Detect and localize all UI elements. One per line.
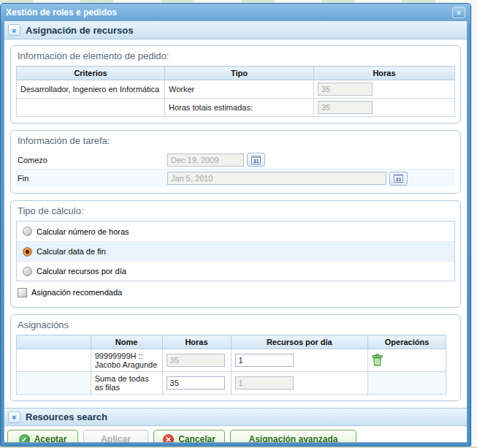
col-header-operacions: Operacións [368,335,446,349]
dialog-title: Xestión de roles e pedidos [6,7,117,18]
sum-recursos-input[interactable] [235,376,294,390]
table-row: 99999999H :: Jacobo Aragunde [17,349,446,372]
radio-option-calc-recursos[interactable]: Calcular recursos por día [17,261,454,281]
cell-operations-empty [368,372,446,395]
calendar-icon[interactable] [389,172,408,186]
task-start-row: Comezo [16,151,455,169]
cell-horas-totais-label: Horas totais estimadas: [165,99,314,117]
aplicar-label: Aplicar [101,434,131,443]
calc-options-box: Calcular número de horas Calcular data d… [16,221,455,281]
start-date-input[interactable] [167,153,244,167]
aceptar-button[interactable]: ✓ Aceptar [7,430,78,443]
horas-input-row1[interactable] [318,83,373,96]
fieldset-order-info: Información de elemento de pedido: Crite… [10,45,461,124]
resource-horas-input[interactable] [167,354,225,367]
fieldset-task-info-title: Información de tarefa: [16,131,455,151]
trash-icon [372,354,383,366]
cell-blank [17,372,91,395]
end-date-input[interactable] [167,172,386,185]
fieldset-calc-type-title: Tipo de cálculo: [16,201,455,221]
radio-label: Calcular data de fin [37,247,106,256]
radio-icon[interactable] [23,227,32,236]
fieldset-calc-type: Tipo de cálculo: Calcular número de hora… [10,200,461,308]
order-info-header-row: Criterios Tipo Horas [17,67,455,80]
aplicar-button[interactable]: Aplicar [83,430,148,443]
background-page-right-strip [471,3,477,447]
panel-header-label: Resources search [26,411,107,422]
delete-assignment-button[interactable] [372,354,383,366]
radio-label: Calcular número de horas [37,227,129,236]
cancelar-label: Cancelar [178,434,215,443]
dialog-titlebar[interactable]: Xestión de roles e pedidos × [4,4,468,20]
panel-header-label: Asignación de recursos [26,25,133,36]
horas-totais-input[interactable] [318,101,373,114]
radio-option-calc-data-fin[interactable]: Calcular data de fin [17,241,454,261]
order-info-table: Criterios Tipo Horas Desarrollador, Inge… [16,66,455,117]
col-header-horas: Horas [314,67,455,80]
radio-label: Calcular recursos por día [37,267,126,276]
radio-option-calc-horas[interactable]: Calcular número de horas [17,221,454,241]
radio-icon[interactable] [23,267,32,276]
cancelar-button[interactable]: ✕ Cancelar [153,430,225,443]
cell-resource-name: 99999999H :: Jacobo Aragunde [91,349,162,372]
calendar-icon[interactable] [247,153,265,167]
resource-recursos-input[interactable] [235,354,294,367]
close-icon[interactable]: × [452,7,465,18]
footer-toolbar: ✓ Aceptar Aplicar ✕ Cancelar Asignación … [4,426,467,443]
col-header-tipo: Tipo [165,67,314,80]
panel-header-resources-search[interactable]: » Resources search [4,408,467,426]
radio-selected-icon[interactable] [23,247,32,257]
collapse-chevron-icon[interactable]: » [8,411,20,423]
dialog-xestion-roles-pedidos: Xestión de roles e pedidos × » Asignació… [0,3,471,447]
main-panel: » Asignación de recursos Información de … [4,20,468,443]
col-header-criterios: Criterios [17,67,165,80]
cell-sum-label: Suma de todas as filas [91,372,162,395]
table-row: Horas totais estimadas: [17,99,455,117]
cell-criterios: Desarrollador, Ingeniero en Informática [17,80,165,99]
check-circle-icon: ✓ [19,434,30,444]
col-header-blank [17,335,91,349]
aceptar-label: Aceptar [34,434,67,443]
panel-body: Información de elemento de pedido: Crite… [4,39,467,408]
collapse-chevron-icon[interactable]: » [8,24,20,36]
cross-circle-icon: ✕ [163,434,174,444]
assignments-table: Nome Horas Recursos por día Operacións 9… [16,335,446,395]
fieldset-order-info-title: Información de elemento de pedido: [16,46,455,66]
cell-blank [17,349,91,372]
assignments-header-row: Nome Horas Recursos por día Operacións [17,335,446,349]
cell-criterios-empty [17,99,165,117]
sum-horas-input[interactable] [167,376,225,390]
task-end-row: Fin [16,169,455,187]
col-header-nome: Nome [91,335,162,349]
panel-header-asignacion-recursos[interactable]: » Asignación de recursos [4,21,467,39]
fieldset-task-info: Información de tarefa: Comezo Fin [10,130,461,194]
fieldset-assignments-title: Asignacións [16,315,455,335]
col-header-recursos-por-dia: Recursos por día [231,335,368,349]
col-header-horas: Horas [162,335,231,349]
checkbox-icon[interactable] [18,288,27,297]
asignacion-avanzada-button[interactable]: Asignación avanzada [230,430,356,443]
table-row-sum: Suma de todas as filas [17,372,446,395]
end-label: Fin [18,174,167,183]
cell-tipo: Worker [165,80,314,99]
start-label: Comezo [18,156,167,164]
fieldset-assignments: Asignacións Nome Horas Recursos por día … [10,314,461,401]
checkbox-asignacion-recomendada[interactable]: Asignación recomendada [16,284,455,301]
checkbox-label: Asignación recomendada [31,288,122,297]
asignacion-avanzada-label: Asignación avanzada [248,434,337,443]
table-row: Desarrollador, Ingeniero en Informática … [17,80,455,99]
